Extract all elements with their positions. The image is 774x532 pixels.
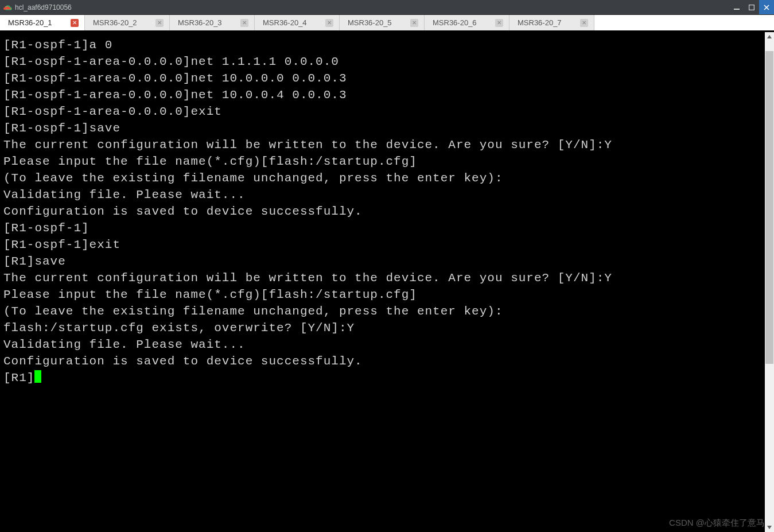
tab-4[interactable]: MSR36-20_4✕ <box>255 15 340 30</box>
maximize-button[interactable] <box>744 0 759 14</box>
tab-label: MSR36-20_5 <box>348 18 406 27</box>
close-button[interactable] <box>759 0 774 14</box>
tab-label: MSR36-20_7 <box>518 18 575 27</box>
terminal-area: [R1-ospf-1]a 0[R1-ospf-1-area-0.0.0.0]ne… <box>0 32 774 532</box>
scrollbar-track[interactable] <box>765 41 774 523</box>
scrollbar-thumb[interactable] <box>765 51 773 364</box>
terminal-output[interactable]: [R1-ospf-1]a 0[R1-ospf-1-area-0.0.0.0]ne… <box>0 32 765 532</box>
tab-close-icon[interactable]: ✕ <box>495 19 503 27</box>
svg-rect-1 <box>749 5 754 10</box>
window-title: hcl_aaf6d9710056 <box>15 3 72 11</box>
scrollbar-vertical[interactable] <box>765 32 774 532</box>
tab-label: MSR36-20_4 <box>263 18 321 27</box>
tab-1[interactable]: MSR36-20_1✕ <box>0 15 85 30</box>
tab-close-icon[interactable]: ✕ <box>580 19 588 27</box>
tab-close-icon[interactable]: ✕ <box>71 19 79 27</box>
tab-close-icon[interactable]: ✕ <box>240 19 248 27</box>
svg-rect-0 <box>734 9 740 10</box>
tab-label: MSR36-20_3 <box>178 18 236 27</box>
tab-7[interactable]: MSR36-20_7✕ <box>509 15 594 30</box>
tab-label: MSR36-20_2 <box>93 18 151 27</box>
tab-6[interactable]: MSR36-20_6✕ <box>425 15 509 30</box>
cursor <box>34 370 41 383</box>
tab-5[interactable]: MSR36-20_5✕ <box>340 15 425 30</box>
app-icon <box>3 3 13 12</box>
window-controls <box>729 0 774 14</box>
minimize-button[interactable] <box>729 0 744 14</box>
tab-label: MSR36-20_6 <box>433 18 491 27</box>
scrollbar-down-button[interactable] <box>765 523 774 532</box>
title-bar: hcl_aaf6d9710056 <box>0 0 774 15</box>
tab-label: MSR36-20_1 <box>8 18 66 27</box>
tab-3[interactable]: MSR36-20_3✕ <box>170 15 255 30</box>
tab-close-icon[interactable]: ✕ <box>410 19 418 27</box>
tab-close-icon[interactable]: ✕ <box>155 19 164 27</box>
tab-strip: MSR36-20_1✕MSR36-20_2✕MSR36-20_3✕MSR36-2… <box>0 15 774 32</box>
scrollbar-up-button[interactable] <box>765 32 774 41</box>
tab-close-icon[interactable]: ✕ <box>325 19 333 27</box>
tab-2[interactable]: MSR36-20_2✕ <box>85 15 170 30</box>
